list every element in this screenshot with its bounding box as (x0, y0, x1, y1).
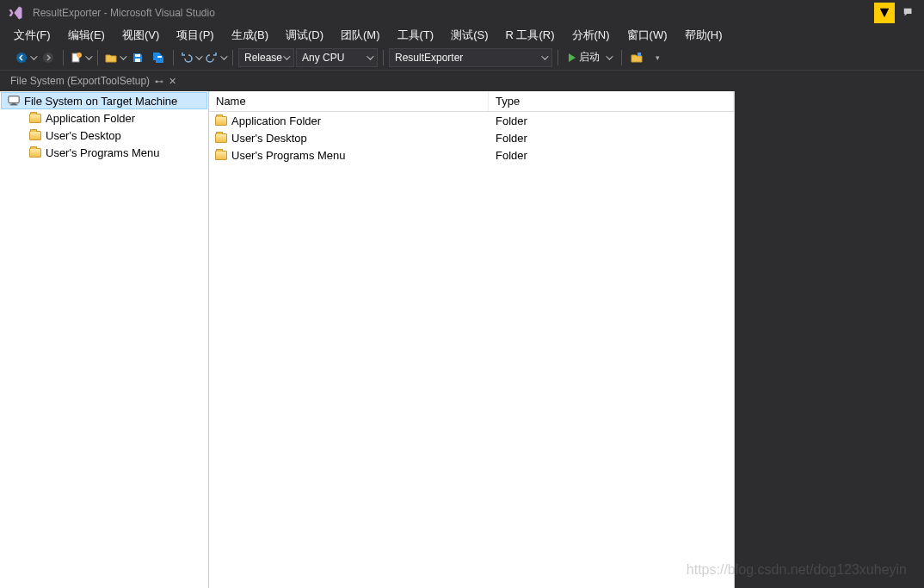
play-icon (569, 53, 576, 62)
menu-edit[interactable]: 编辑(E) (59, 26, 114, 45)
menu-team[interactable]: 团队(M) (332, 26, 389, 45)
notification-icon[interactable] (874, 3, 895, 23)
menu-help[interactable]: 帮助(H) (676, 26, 731, 45)
vs-logo-icon (5, 3, 26, 23)
menu-test[interactable]: 测试(S) (442, 26, 496, 45)
empty-area (735, 91, 924, 588)
tab-filesystem[interactable]: File System (ExportToolSetup) ⊷ ✕ (3, 72, 183, 90)
separator (557, 50, 558, 65)
nav-back-button[interactable] (14, 48, 37, 67)
main-content: File System on Target Machine Applicatio… (0, 91, 924, 588)
menu-window[interactable]: 窗口(W) (619, 26, 676, 45)
menu-tools[interactable]: 工具(T) (389, 26, 443, 45)
row-name: User's Desktop (231, 132, 307, 145)
list-row[interactable]: Application Folder Folder (209, 112, 734, 129)
menu-file[interactable]: 文件(F) (5, 26, 59, 45)
save-all-button[interactable] (149, 48, 168, 67)
tree-item-label: Application Folder (46, 112, 135, 125)
separator (97, 50, 98, 65)
platform-value: Any CPU (302, 52, 344, 64)
col-name[interactable]: Name (209, 91, 489, 111)
menu-build[interactable]: 生成(B) (223, 26, 277, 45)
toolbar-overflow-icon[interactable]: ▾ (648, 48, 667, 67)
menu-debug[interactable]: 调试(D) (277, 26, 332, 45)
redo-button[interactable] (204, 48, 227, 67)
list-header: Name Type (209, 91, 734, 112)
svg-rect-5 (135, 59, 140, 62)
tab-label: File System (ExportToolSetup) (10, 75, 150, 87)
svg-rect-6 (157, 56, 162, 58)
toolbar: Release Any CPU ResultExporter 启动 ▾ (0, 45, 924, 71)
tree-root[interactable]: File System on Target Machine (1, 92, 207, 109)
separator (63, 50, 64, 65)
row-name: User's Programs Menu (231, 149, 346, 162)
svg-rect-4 (135, 54, 140, 57)
pin-icon[interactable]: ⊷ (155, 77, 163, 86)
svg-point-0 (16, 53, 27, 63)
folder-icon (214, 148, 228, 162)
folder-icon (214, 114, 228, 127)
close-icon[interactable]: ✕ (169, 76, 176, 87)
tree-item[interactable]: User's Programs Menu (1, 144, 207, 161)
menu-rtools[interactable]: R 工具(R) (496, 26, 563, 45)
tree-panel: File System on Target Machine Applicatio… (0, 91, 209, 588)
row-type: Folder (489, 149, 734, 162)
row-type: Folder (489, 132, 734, 145)
window-title: ResultExporter - Microsoft Visual Studio (33, 7, 215, 19)
separator (621, 50, 622, 65)
solution-explorer-button[interactable] (627, 48, 646, 67)
undo-button[interactable] (179, 48, 202, 67)
folder-icon (28, 128, 42, 142)
startup-select[interactable]: ResultExporter (389, 48, 552, 67)
folder-icon (28, 145, 42, 159)
svg-point-1 (43, 53, 53, 63)
machine-icon (7, 94, 21, 108)
menu-project[interactable]: 项目(P) (168, 26, 222, 45)
new-button[interactable] (69, 48, 92, 67)
separator (383, 50, 384, 65)
tree-item[interactable]: User's Desktop (1, 127, 207, 144)
folder-icon (28, 111, 42, 125)
separator (173, 50, 174, 65)
row-name: Application Folder (231, 115, 321, 127)
tree-item-label: User's Programs Menu (46, 146, 160, 159)
config-value: Release (244, 52, 282, 64)
folder-icon (214, 131, 228, 145)
tree-item-label: User's Desktop (46, 129, 121, 142)
list-row[interactable]: User's Desktop Folder (209, 129, 734, 146)
separator (232, 50, 233, 65)
row-type: Folder (489, 115, 734, 127)
svg-rect-7 (638, 53, 641, 56)
open-button[interactable] (103, 48, 126, 67)
svg-point-3 (77, 53, 82, 58)
feedback-icon[interactable] (898, 3, 919, 23)
start-debug-button[interactable]: 启动 (564, 50, 616, 65)
tabstrip: File System (ExportToolSetup) ⊷ ✕ (0, 71, 924, 91)
list-row[interactable]: User's Programs Menu Folder (209, 146, 734, 164)
tree-root-label: File System on Target Machine (24, 95, 177, 108)
svg-rect-9 (11, 104, 15, 105)
nav-forward-button[interactable] (39, 48, 58, 67)
tree-item[interactable]: Application Folder (1, 109, 207, 127)
start-label: 启动 (579, 50, 600, 65)
menubar: 文件(F) 编辑(E) 视图(V) 项目(P) 生成(B) 调试(D) 团队(M… (0, 26, 924, 45)
save-button[interactable] (128, 48, 147, 67)
menu-view[interactable]: 视图(V) (114, 26, 168, 45)
startup-value: ResultExporter (395, 52, 463, 64)
titlebar: ResultExporter - Microsoft Visual Studio (0, 0, 924, 26)
platform-select[interactable]: Any CPU (296, 48, 378, 67)
svg-rect-8 (9, 96, 19, 103)
list-panel: Name Type Application Folder Folder User… (209, 91, 735, 588)
svg-rect-10 (10, 104, 18, 105)
menu-analyze[interactable]: 分析(N) (564, 26, 619, 45)
col-type[interactable]: Type (489, 91, 734, 111)
list-body: Application Folder Folder User's Desktop… (209, 112, 734, 164)
config-select[interactable]: Release (238, 48, 294, 67)
